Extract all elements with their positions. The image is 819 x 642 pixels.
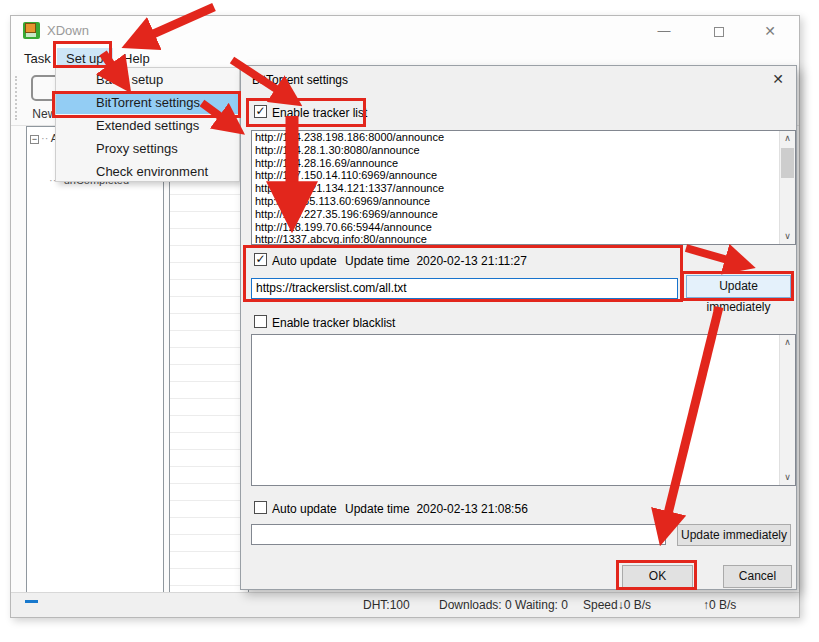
menu-item-bittorrent-settings[interactable]: BitTorrent settings (56, 91, 239, 114)
menu-item-extended-settings[interactable]: Extended settings (56, 114, 239, 137)
dialog-close-icon[interactable]: ✕ (772, 71, 784, 87)
tracker-url: http://107.150.14.110:6969/announce (252, 169, 795, 182)
scrollbar-thumb[interactable] (781, 148, 794, 178)
category-tree-panel: −·· All ····unCompleted (26, 126, 164, 594)
tracker-url-list[interactable]: http://104.238.198.186:8000/announce htt… (251, 130, 796, 245)
scroll-up-icon[interactable]: ∧ (780, 335, 795, 350)
enable-tracker-blacklist-label: Enable tracker blacklist (272, 316, 395, 330)
tracker-url: http://104.28.1.30:8080/announce (252, 144, 795, 157)
blacklist-scrollbar[interactable]: ∧ ∨ (779, 335, 795, 485)
status-speed-down: Speed↓0 B/s (583, 598, 651, 612)
tracker-url: http://104.28.16.69/announce (252, 157, 795, 170)
dialog-title: BitTorrent settings (252, 73, 348, 87)
window-titlebar[interactable]: XDown — ✕ (11, 16, 799, 46)
blacklist-update-immediately-button[interactable]: Update immediately (677, 524, 791, 546)
tracker-url: http://128.199.70.66:5944/announce (252, 221, 795, 234)
scroll-up-icon[interactable]: ∧ (780, 131, 795, 146)
menu-help[interactable]: Help (114, 48, 159, 69)
status-blue-dash (25, 600, 38, 603)
tracker-source-url-input[interactable]: https://trackerslist.com/all.txt (251, 278, 678, 299)
scroll-down-icon[interactable]: ∨ (780, 229, 795, 244)
tracker-update-time-value: 2020-02-13 21:11:27 (416, 254, 527, 268)
tracker-auto-update-checkbox[interactable] (254, 253, 267, 266)
tracker-url: http://114.55.113.60:6969/announce (252, 195, 795, 208)
status-speed-up: ↑0 B/s (703, 598, 736, 612)
tracker-url: http://1337.abcvg.info:80/announce (252, 233, 795, 245)
setup-dropdown-menu: Basic setup BitTorrent settings Extended… (55, 67, 240, 182)
maximize-icon[interactable] (704, 20, 734, 42)
menu-item-basic-setup[interactable]: Basic setup (56, 68, 239, 91)
download-list-panel[interactable] (169, 126, 249, 594)
blacklist-update-time-value: 2020-02-13 21:08:56 (416, 502, 527, 516)
cancel-button[interactable]: Cancel (723, 565, 792, 588)
tracker-list-scrollbar[interactable]: ∧ ∨ (779, 131, 795, 244)
blacklist-auto-update-label: Auto update (272, 502, 337, 516)
enable-tracker-list-label: Enable tracker list (272, 106, 367, 120)
app-icon (23, 22, 40, 39)
menu-set-up[interactable]: Set up (57, 48, 113, 69)
close-icon[interactable]: ✕ (755, 20, 785, 42)
status-dht: DHT:100 (363, 598, 410, 612)
blacklist-auto-update-checkbox[interactable] (254, 501, 267, 514)
tracker-update-time: Update time 2020-02-13 21:11:27 (345, 254, 527, 268)
tracker-url: http://125.227.35.196:6969/announce (252, 208, 795, 221)
blacklist-update-time: Update time 2020-02-13 21:08:56 (345, 502, 528, 516)
menu-item-proxy-settings[interactable]: Proxy settings (56, 137, 239, 160)
menu-item-check-environment[interactable]: Check environment (56, 160, 239, 183)
maximize-glyph (714, 27, 724, 37)
tracker-url: http://109.121.134.121:1337/announce (252, 182, 795, 195)
minimize-icon[interactable]: — (649, 20, 679, 42)
window-title: XDown (47, 23, 89, 38)
screenshot-stage: XDown — ✕ Task Set up Help New... −·· Al… (0, 0, 819, 642)
menu-task[interactable]: Task (15, 48, 60, 69)
tree-connector: ·· (41, 132, 48, 144)
status-bar: DHT:100 Downloads: 0 Waiting: 0 Speed↓0 … (11, 592, 799, 617)
enable-tracker-blacklist-checkbox[interactable] (254, 315, 267, 328)
tracker-auto-update-label: Auto update (272, 254, 337, 268)
scroll-down-icon[interactable]: ∨ (780, 470, 795, 485)
blacklist-textarea[interactable]: ∧ ∨ (251, 334, 796, 486)
bittorrent-settings-dialog: BitTorrent settings ✕ Enable tracker lis… (240, 65, 797, 590)
status-downloads: Downloads: 0 Waiting: 0 (439, 598, 568, 612)
toolbar-gripper (15, 76, 17, 120)
tracker-url: http://104.238.198.186:8000/announce (252, 131, 795, 144)
enable-tracker-list-checkbox[interactable] (254, 105, 267, 118)
blacklist-source-url-input[interactable] (251, 524, 666, 545)
tracker-update-immediately-button[interactable]: Update immediately (686, 275, 791, 298)
blacklist-update-time-label: Update time (345, 502, 410, 516)
tracker-update-time-label: Update time (345, 254, 410, 268)
ok-button[interactable]: OK (622, 565, 693, 588)
tree-collapse-icon[interactable]: − (30, 135, 39, 144)
